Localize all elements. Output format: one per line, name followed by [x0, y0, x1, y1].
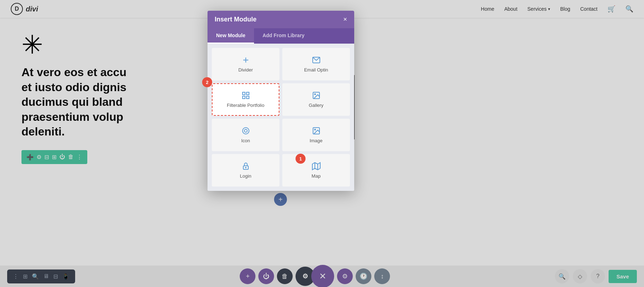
module-map[interactable]: Map [282, 154, 350, 187]
module-divider-label: Divider [238, 67, 253, 73]
module-grid: Divider Email Optin Filterable Portfol [212, 48, 350, 187]
svg-marker-16 [312, 163, 320, 170]
svg-rect-5 [247, 92, 249, 95]
module-icon-label: Icon [241, 138, 250, 143]
tab-add-from-library[interactable]: Add From Library [254, 28, 313, 44]
email-icon [312, 56, 321, 64]
module-divider[interactable]: Divider [212, 48, 279, 80]
svg-rect-7 [247, 96, 249, 99]
map-icon [312, 162, 321, 170]
login-icon [241, 162, 250, 170]
module-filterable-portfolio[interactable]: Filterable Portfolio [212, 83, 279, 116]
badge-2: 2 [202, 77, 212, 87]
module-image-label: Image [309, 138, 322, 143]
modal-tabs: New Module Add From Library [208, 28, 354, 44]
module-map-label: Map [312, 173, 321, 179]
modal-close-button[interactable]: × [343, 16, 347, 23]
modal-body: Divider Email Optin Filterable Portfol [208, 44, 354, 191]
module-email-optin-label: Email Optin [304, 67, 328, 73]
module-gallery[interactable]: Gallery [282, 83, 350, 116]
module-login-label: Login [240, 173, 252, 179]
module-email-optin[interactable]: Email Optin [282, 48, 350, 80]
module-filterable-portfolio-label: Filterable Portfolio [227, 103, 264, 108]
tab-new-module[interactable]: New Module [208, 28, 254, 44]
portfolio-icon [241, 91, 250, 100]
svg-point-11 [244, 129, 247, 132]
icon-module-icon [241, 127, 250, 135]
module-login[interactable]: Login [212, 154, 279, 187]
gallery-icon [312, 91, 321, 100]
svg-point-15 [245, 167, 246, 168]
module-icon[interactable]: Icon [212, 119, 279, 151]
svg-rect-4 [243, 92, 245, 95]
svg-point-9 [314, 94, 316, 95]
module-image[interactable]: Image [282, 119, 350, 151]
image-icon [312, 127, 321, 135]
svg-point-13 [314, 129, 316, 130]
svg-point-10 [243, 128, 249, 134]
svg-rect-6 [243, 96, 245, 99]
modal-title: Insert Module [215, 16, 257, 23]
modal-header: Insert Module × [208, 11, 354, 28]
divider-icon [241, 56, 250, 64]
insert-module-modal: Insert Module × New Module Add From Libr… [208, 11, 354, 191]
badge-1: 1 [296, 154, 306, 164]
module-gallery-label: Gallery [309, 103, 323, 108]
